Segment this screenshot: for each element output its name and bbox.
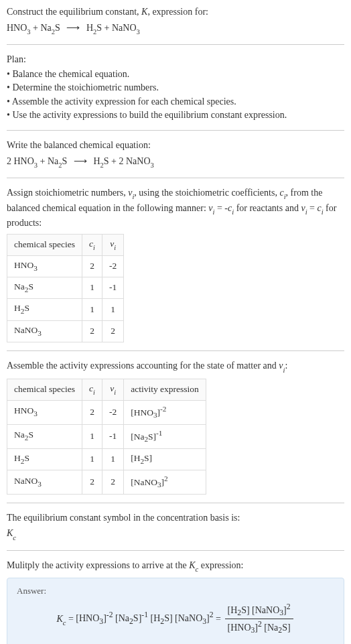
cell-species: H2S	[7, 299, 82, 320]
cell-activity: [NaNO3]2	[124, 470, 206, 494]
cell-nu: -1	[102, 424, 123, 448]
divider	[7, 550, 344, 551]
cell-nu: -2	[102, 255, 123, 277]
plan-list: • Balance the chemical equation. • Deter…	[7, 68, 344, 122]
prompt-text-a: Construct the equilibrium constant,	[7, 7, 141, 17]
sp-hno3: HNO3	[14, 156, 38, 166]
cell-c: 2	[82, 470, 102, 494]
sp-hno3: HNO3	[7, 23, 31, 33]
cell-nu: 2	[102, 470, 123, 494]
sp-h2s: H2S	[86, 23, 102, 33]
col-species: chemical species	[7, 234, 82, 255]
cell-species: HNO3	[7, 255, 82, 277]
plan-item: • Determine the stoichiometric numbers.	[7, 81, 344, 94]
col-nui: νi	[102, 234, 123, 255]
multiply-section: Mulitply the activity expressions to arr…	[7, 559, 344, 644]
cell-species: Na2S	[7, 424, 82, 448]
cell-c: 1	[82, 299, 102, 320]
answer-equation: Kc = [HNO3]-2 [Na2S]-1 [H2S] [NaNO3]2 = …	[17, 602, 334, 637]
divider	[7, 130, 344, 131]
col-activity: activity expression	[124, 379, 206, 400]
col-ci: ci	[82, 379, 102, 400]
cell-species: NaNO3	[7, 470, 82, 494]
cell-nu: 1	[102, 448, 123, 470]
table-row: Na2S 1 -1	[7, 277, 124, 298]
cell-c: 2	[82, 255, 102, 277]
table-row: Na2S 1 -1 [Na2S]-1	[7, 424, 206, 448]
answer-box: Answer: Kc = [HNO3]-2 [Na2S]-1 [H2S] [Na…	[7, 578, 344, 644]
plan-title: Plan:	[7, 53, 344, 66]
unbalanced-equation: HNO3 + Na2S ⟶ H2S + NaNO3	[7, 21, 344, 36]
plan-section: Plan: • Balance the chemical equation. •…	[7, 53, 344, 122]
kc-symbol: Kc	[7, 527, 344, 541]
prompt-header: Construct the equilibrium constant, K, e…	[7, 5, 344, 36]
plan-item: • Assemble the activity expression for e…	[7, 95, 344, 109]
sp-h2s: H2S	[93, 156, 109, 166]
cell-c: 2	[82, 400, 102, 424]
stoich-table: chemical species ci νi HNO3 2 -2 Na2S 1 …	[7, 234, 124, 343]
answer-product: [HNO3]-2 [Na2S]-1 [H2S] [NaNO3]2	[76, 613, 213, 623]
plan-item: • Use the activity expressions to build …	[7, 109, 344, 122]
sp-na2s: Na2S	[48, 156, 67, 166]
divider	[7, 503, 344, 503]
cell-c: 1	[82, 277, 102, 298]
reaction-arrow-icon: ⟶	[70, 156, 91, 166]
divider	[7, 44, 344, 45]
col-ci: ci	[82, 234, 102, 255]
table-row: H2S 1 1	[7, 299, 124, 320]
cell-c: 1	[82, 424, 102, 448]
balanced-equation: 2 HNO3 + Na2S ⟶ H2S + 2 NaNO3	[7, 155, 344, 170]
cell-activity: [H2S]	[124, 448, 206, 470]
cell-activity: [Na2S]-1	[124, 424, 206, 448]
answer-fraction: [H2S] [NaNO3]2[HNO3]2 [Na2S]	[225, 602, 293, 637]
kc-symbol-text: The equilibrium constant symbol in the c…	[7, 511, 344, 525]
cell-species: HNO3	[7, 400, 82, 424]
col-species: chemical species	[7, 379, 82, 400]
plan-item: • Balance the chemical equation.	[7, 68, 344, 81]
divider	[7, 178, 344, 178]
cell-nu: -1	[102, 277, 123, 298]
table-row: NaNO3 2 2	[7, 320, 124, 342]
table-row: NaNO3 2 2 [NaNO3]2	[7, 470, 206, 494]
reaction-arrow-icon: ⟶	[62, 23, 84, 33]
cell-c: 1	[82, 448, 102, 470]
cell-species: NaNO3	[7, 320, 82, 342]
sp-nano3: NaNO3	[126, 156, 154, 166]
activity-table: chemical species ci νi activity expressi…	[7, 379, 206, 495]
assign-section: Assign stoichiometric numbers, νi, using…	[7, 186, 344, 342]
sp-na2s: Na2S	[41, 23, 60, 33]
cell-species: H2S	[7, 448, 82, 470]
answer-label: Answer:	[17, 585, 334, 597]
divider	[7, 350, 344, 351]
table-row: HNO3 2 -2	[7, 255, 124, 277]
col-nui: νi	[102, 379, 123, 400]
cell-nu: 2	[102, 320, 123, 342]
cell-species: Na2S	[7, 277, 82, 298]
table-header-row: chemical species ci νi activity expressi…	[7, 379, 206, 400]
cell-nu: 1	[102, 299, 123, 320]
balanced-title: Write the balanced chemical equation:	[7, 139, 344, 152]
activity-section: Assemble the activity expressions accoun…	[7, 359, 344, 495]
kc-symbol-section: The equilibrium constant symbol in the c…	[7, 511, 344, 542]
cell-c: 2	[82, 320, 102, 342]
balanced-section: Write the balanced chemical equation: 2 …	[7, 139, 344, 170]
cell-nu: -2	[102, 400, 123, 424]
prompt-K: K	[141, 7, 147, 17]
table-row: HNO3 2 -2 [HNO3]-2	[7, 400, 206, 424]
cell-activity: [HNO3]-2	[124, 400, 206, 424]
prompt-text-b: , expression for:	[147, 7, 208, 17]
table-row: H2S 1 1 [H2S]	[7, 448, 206, 470]
table-header-row: chemical species ci νi	[7, 234, 124, 255]
sp-nano3: NaNO3	[112, 23, 140, 33]
